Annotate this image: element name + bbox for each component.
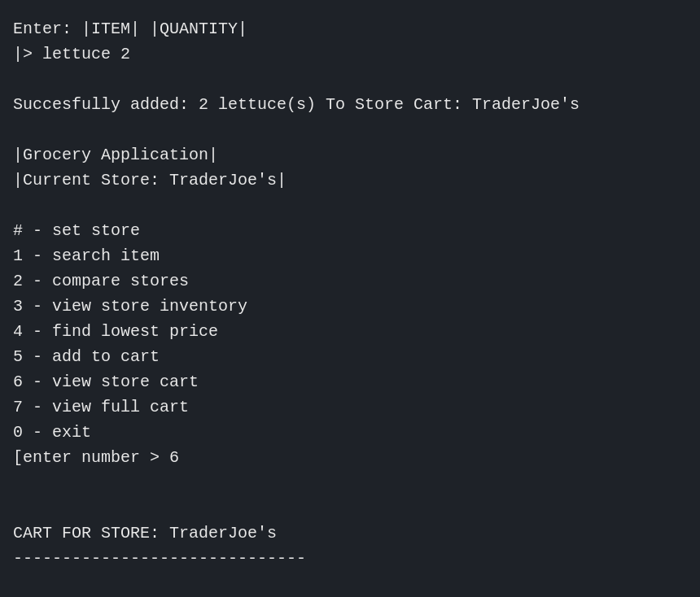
cart-divider: ------------------------------ xyxy=(13,546,687,571)
menu-6: 6 - view store cart xyxy=(13,369,687,394)
cart-header: CART FOR STORE: TraderJoe's xyxy=(13,521,687,546)
menu-5: 5 - add to cart xyxy=(13,344,687,369)
menu-hash: # - set store xyxy=(13,218,687,243)
blank-6 xyxy=(13,571,687,596)
prompt-hint: Enter: |ITEM| |QUANTITY| xyxy=(13,16,687,41)
menu-3: 3 - view store inventory xyxy=(13,294,687,319)
blank-2 xyxy=(13,117,687,142)
menu-1: 1 - search item xyxy=(13,243,687,268)
terminal-container: Enter: |ITEM| |QUANTITY||> lettuce 2Succ… xyxy=(13,16,687,597)
current-store: |Current Store: TraderJoe's| xyxy=(13,168,687,193)
blank-4 xyxy=(13,470,687,495)
blank-1 xyxy=(13,67,687,92)
menu-7: 7 - view full cart xyxy=(13,394,687,420)
app-title: |Grocery Application| xyxy=(13,142,687,168)
user-input: |> lettuce 2 xyxy=(13,41,687,67)
menu-prompt: [enter number > 6 xyxy=(13,445,687,470)
blank-5 xyxy=(13,495,687,521)
blank-3 xyxy=(13,193,687,218)
menu-2: 2 - compare stores xyxy=(13,268,687,294)
success-msg: Succesfully added: 2 lettuce(s) To Store… xyxy=(13,92,687,117)
menu-4: 4 - find lowest price xyxy=(13,319,687,344)
menu-0: 0 - exit xyxy=(13,420,687,445)
